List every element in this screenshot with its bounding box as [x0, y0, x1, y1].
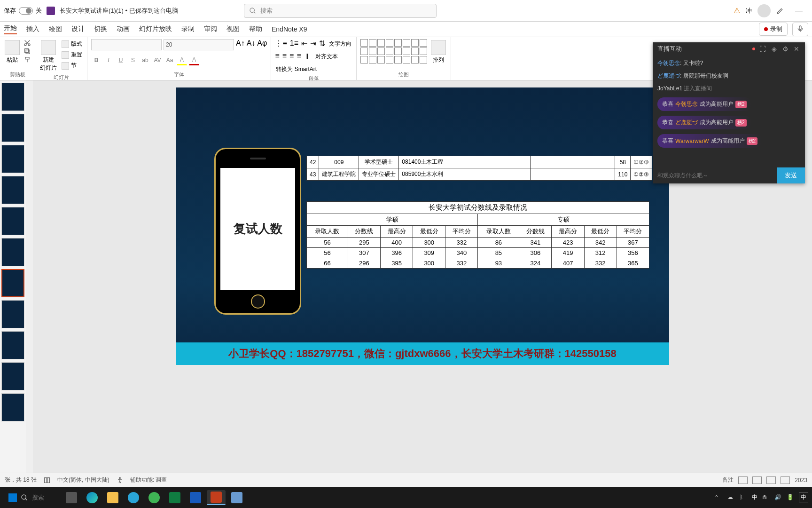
underline-button[interactable]: U: [116, 55, 126, 65]
warning-icon[interactable]: ⚠: [734, 6, 740, 15]
thumbnail[interactable]: [1, 207, 24, 235]
font-name-input[interactable]: [91, 39, 162, 50]
tab-design[interactable]: 设计: [71, 25, 85, 33]
thumbnail[interactable]: [1, 176, 24, 204]
excel-icon[interactable]: [165, 490, 184, 505]
case-button[interactable]: Aa: [164, 55, 175, 65]
thumbnail-active[interactable]: [1, 269, 24, 297]
font-color-button[interactable]: A: [189, 55, 199, 65]
tab-slideshow[interactable]: 幻灯片放映: [139, 25, 172, 33]
accessibility-label[interactable]: 辅助功能: 调查: [130, 476, 167, 484]
new-slide-button[interactable]: 新建 幻灯片: [39, 39, 58, 73]
thumbnail[interactable]: [1, 362, 24, 390]
task-view-icon[interactable]: [62, 490, 81, 505]
thumbnail[interactable]: [1, 83, 24, 111]
reading-view-icon[interactable]: [766, 476, 776, 484]
toggle-switch[interactable]: [19, 7, 33, 15]
numbering-icon[interactable]: 1≡: [290, 39, 298, 49]
thumbnail[interactable]: [1, 331, 24, 359]
tab-review[interactable]: 审阅: [204, 25, 217, 33]
chat-send-button[interactable]: 发送: [777, 167, 805, 183]
smartart-button[interactable]: 转换为 SmartArt: [275, 64, 318, 74]
thumbnail[interactable]: [1, 238, 24, 266]
format-painter-icon[interactable]: [23, 56, 31, 64]
tab-draw[interactable]: 绘图: [49, 25, 62, 33]
thumbnail-scrollbar[interactable]: [26, 80, 33, 473]
cloud-icon[interactable]: ☁: [727, 494, 735, 501]
align-justify-icon[interactable]: ≡: [297, 52, 301, 62]
thumbnail[interactable]: [1, 393, 24, 421]
align-center-icon[interactable]: ≡: [282, 52, 287, 62]
tab-transitions[interactable]: 切换: [94, 25, 107, 33]
autosave-toggle[interactable]: 保存 关: [4, 7, 42, 15]
chat-input[interactable]: [653, 167, 777, 183]
slide-thumbnails[interactable]: [0, 80, 26, 473]
windows-icon[interactable]: [8, 493, 17, 502]
help-icon[interactable]: [124, 490, 143, 505]
indent-inc-icon[interactable]: ⇥: [310, 39, 316, 49]
cut-icon[interactable]: [23, 39, 31, 47]
battery-icon[interactable]: 🔋: [787, 494, 794, 501]
copy-icon[interactable]: [23, 48, 31, 55]
minimize-button[interactable]: —: [789, 4, 808, 18]
ime-indicator[interactable]: 中: [752, 493, 757, 501]
arrange-button[interactable]: 排列: [430, 39, 447, 65]
live-chat-panel[interactable]: 直播互动 ⛶ ◈ ⚙ ✕ 今朝思念: 又卡啦? ど鹿逝づ: 唐院那哥们校友啊 J…: [653, 42, 805, 183]
italic-button[interactable]: I: [103, 55, 114, 65]
clear-format-icon[interactable]: Aφ: [257, 39, 267, 50]
spacing-button[interactable]: AV: [152, 55, 163, 65]
close-icon[interactable]: ✕: [793, 45, 800, 53]
save-icon[interactable]: [47, 7, 55, 15]
sorter-view-icon[interactable]: [752, 476, 762, 484]
chevron-up-icon[interactable]: ^: [715, 494, 723, 501]
tab-insert[interactable]: 插入: [26, 25, 39, 33]
wifi-icon[interactable]: ⋒: [762, 494, 770, 501]
indent-dec-icon[interactable]: ⇤: [301, 39, 307, 49]
powerpoint-icon[interactable]: [207, 490, 226, 505]
align-left-icon[interactable]: ≡: [275, 52, 279, 62]
tab-view[interactable]: 视图: [226, 25, 240, 33]
tab-record[interactable]: 录制: [181, 25, 195, 33]
edge-icon[interactable]: [83, 490, 102, 505]
browser-icon[interactable]: [145, 490, 164, 505]
language-label[interactable]: 中文(简体, 中国大陆): [57, 476, 109, 484]
app-icon[interactable]: [227, 490, 246, 505]
bullets-icon[interactable]: ⋮≡: [275, 39, 287, 49]
layout-button[interactable]: 版式: [61, 39, 83, 49]
thumbnail[interactable]: [1, 145, 24, 173]
expand-icon[interactable]: ⛶: [759, 45, 766, 53]
record-button[interactable]: 录制: [759, 23, 788, 36]
font-size-input[interactable]: [164, 39, 234, 50]
shapes-gallery[interactable]: [360, 39, 427, 64]
slideshow-view-icon[interactable]: [781, 476, 790, 484]
paste-button[interactable]: 粘贴: [4, 39, 21, 65]
taskbar-search-input[interactable]: [32, 494, 55, 501]
columns-icon[interactable]: ⫼: [304, 52, 312, 62]
section-button[interactable]: 节: [61, 61, 83, 71]
mic-button[interactable]: [792, 23, 808, 36]
word-icon[interactable]: [186, 490, 205, 505]
line-spacing-icon[interactable]: ⇅: [319, 39, 325, 49]
user-avatar[interactable]: [757, 4, 771, 17]
tab-animations[interactable]: 动画: [117, 25, 130, 33]
highlight-button[interactable]: A: [177, 55, 187, 65]
increase-font-icon[interactable]: A↑: [236, 39, 245, 50]
slide-canvas[interactable]: 复试人数 42 009 学术型硕士 081400土木工程 58 ①②③ 43 建…: [176, 87, 669, 365]
system-tray[interactable]: ^ ☁ ᛒ 中 ⋒ 🔊 🔋 中: [715, 492, 808, 502]
text-direction-button[interactable]: 文字方向: [328, 39, 352, 49]
shadow-button[interactable]: ab: [140, 55, 150, 65]
thumbnail[interactable]: [1, 114, 24, 142]
start-search[interactable]: [4, 491, 60, 505]
tab-home[interactable]: 开始: [4, 24, 17, 34]
reset-button[interactable]: 重置: [61, 50, 83, 60]
settings-icon[interactable]: ⚙: [781, 45, 789, 53]
thumbnail[interactable]: [1, 300, 24, 328]
strike-button[interactable]: S: [128, 55, 138, 65]
align-text-button[interactable]: 对齐文本: [314, 52, 339, 62]
bluetooth-icon[interactable]: ᛒ: [740, 494, 747, 501]
search-box[interactable]: 搜索: [244, 4, 437, 18]
align-right-icon[interactable]: ≡: [289, 52, 294, 62]
bold-button[interactable]: B: [91, 55, 102, 65]
decrease-font-icon[interactable]: A↓: [247, 39, 256, 50]
explorer-icon[interactable]: [103, 490, 122, 505]
